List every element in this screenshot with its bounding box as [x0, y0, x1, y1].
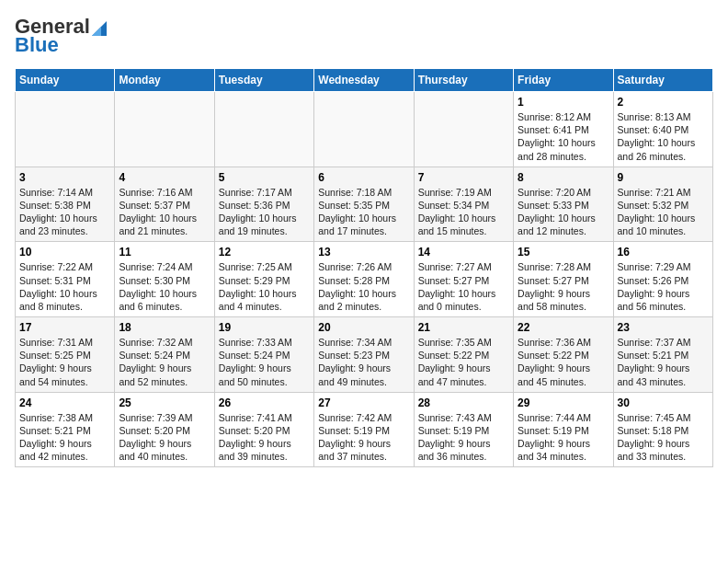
day-info: Sunrise: 7:36 AM Sunset: 5:22 PM Dayligh…: [518, 336, 609, 388]
day-number: 30: [618, 396, 709, 409]
day-number: 3: [19, 171, 110, 184]
day-number: 11: [119, 246, 210, 259]
weekday-header-wednesday: Wednesday: [314, 69, 414, 92]
day-cell-26: 26Sunrise: 7:41 AM Sunset: 5:20 PM Dayli…: [214, 392, 313, 467]
day-info: Sunrise: 7:21 AM Sunset: 5:32 PM Dayligh…: [618, 186, 709, 238]
day-info: Sunrise: 7:45 AM Sunset: 5:18 PM Dayligh…: [618, 411, 709, 464]
day-number: 2: [618, 96, 709, 109]
day-cell-23: 23Sunrise: 7:37 AM Sunset: 5:21 PM Dayli…: [613, 317, 712, 393]
day-cell-25: 25Sunrise: 7:39 AM Sunset: 5:20 PM Dayli…: [115, 392, 214, 467]
calendar-table: SundayMondayTuesdayWednesdayThursdayFrid…: [15, 68, 713, 467]
logo-bird-icon: [92, 17, 107, 36]
day-info: Sunrise: 7:24 AM Sunset: 5:30 PM Dayligh…: [119, 260, 210, 313]
day-number: 25: [119, 396, 210, 409]
day-number: 29: [518, 396, 609, 409]
day-info: Sunrise: 7:38 AM Sunset: 5:21 PM Dayligh…: [19, 411, 110, 464]
day-number: 8: [518, 171, 609, 184]
day-info: Sunrise: 8:13 AM Sunset: 6:40 PM Dayligh…: [618, 110, 709, 163]
day-cell-29: 29Sunrise: 7:44 AM Sunset: 5:19 PM Dayli…: [514, 392, 613, 467]
day-cell-4: 4Sunrise: 7:16 AM Sunset: 5:37 PM Daylig…: [115, 167, 214, 242]
day-number: 7: [418, 171, 509, 184]
day-cell-30: 30Sunrise: 7:45 AM Sunset: 5:18 PM Dayli…: [613, 392, 712, 467]
day-info: Sunrise: 7:26 AM Sunset: 5:28 PM Dayligh…: [318, 260, 409, 313]
day-number: 20: [318, 321, 409, 334]
day-info: Sunrise: 7:19 AM Sunset: 5:34 PM Dayligh…: [418, 186, 509, 238]
day-cell-17: 17Sunrise: 7:31 AM Sunset: 5:25 PM Dayli…: [16, 317, 115, 393]
day-cell-13: 13Sunrise: 7:26 AM Sunset: 5:28 PM Dayli…: [314, 242, 414, 317]
empty-cell: [16, 92, 115, 167]
weekday-header-tuesday: Tuesday: [214, 69, 313, 92]
day-number: 26: [219, 396, 310, 409]
day-info: Sunrise: 7:25 AM Sunset: 5:29 PM Dayligh…: [219, 260, 310, 313]
day-info: Sunrise: 7:28 AM Sunset: 5:27 PM Dayligh…: [518, 260, 609, 313]
weekday-header-saturday: Saturday: [613, 69, 712, 92]
empty-cell: [214, 92, 313, 167]
day-number: 21: [418, 321, 509, 334]
day-info: Sunrise: 7:27 AM Sunset: 5:27 PM Dayligh…: [418, 260, 509, 313]
day-number: 13: [318, 246, 409, 259]
weekday-header-friday: Friday: [514, 69, 613, 92]
page-header: General Blue: [15, 15, 713, 57]
day-number: 28: [418, 396, 509, 409]
day-cell-21: 21Sunrise: 7:35 AM Sunset: 5:22 PM Dayli…: [414, 317, 513, 393]
day-info: Sunrise: 7:20 AM Sunset: 5:33 PM Dayligh…: [518, 186, 609, 238]
logo: General Blue: [15, 15, 107, 57]
week-row-3: 10Sunrise: 7:22 AM Sunset: 5:31 PM Dayli…: [16, 242, 713, 317]
day-cell-19: 19Sunrise: 7:33 AM Sunset: 5:24 PM Dayli…: [214, 317, 313, 393]
day-number: 23: [618, 321, 709, 334]
day-cell-5: 5Sunrise: 7:17 AM Sunset: 5:36 PM Daylig…: [214, 167, 313, 242]
day-number: 14: [418, 246, 509, 259]
day-cell-28: 28Sunrise: 7:43 AM Sunset: 5:19 PM Dayli…: [414, 392, 513, 467]
weekday-header-row: SundayMondayTuesdayWednesdayThursdayFrid…: [16, 69, 713, 92]
empty-cell: [115, 92, 214, 167]
day-cell-16: 16Sunrise: 7:29 AM Sunset: 5:26 PM Dayli…: [613, 242, 712, 317]
day-info: Sunrise: 8:12 AM Sunset: 6:41 PM Dayligh…: [518, 110, 609, 163]
day-info: Sunrise: 7:29 AM Sunset: 5:26 PM Dayligh…: [618, 260, 709, 313]
day-number: 24: [19, 396, 110, 409]
day-number: 17: [19, 321, 110, 334]
day-info: Sunrise: 7:37 AM Sunset: 5:21 PM Dayligh…: [618, 336, 709, 388]
day-cell-20: 20Sunrise: 7:34 AM Sunset: 5:23 PM Dayli…: [314, 317, 414, 393]
empty-cell: [314, 92, 414, 167]
day-info: Sunrise: 7:39 AM Sunset: 5:20 PM Dayligh…: [119, 411, 210, 464]
day-info: Sunrise: 7:32 AM Sunset: 5:24 PM Dayligh…: [119, 336, 210, 388]
day-info: Sunrise: 7:34 AM Sunset: 5:23 PM Dayligh…: [318, 336, 409, 388]
day-info: Sunrise: 7:18 AM Sunset: 5:35 PM Dayligh…: [318, 186, 409, 238]
week-row-5: 24Sunrise: 7:38 AM Sunset: 5:21 PM Dayli…: [16, 392, 713, 467]
day-info: Sunrise: 7:43 AM Sunset: 5:19 PM Dayligh…: [418, 411, 509, 464]
day-info: Sunrise: 7:44 AM Sunset: 5:19 PM Dayligh…: [518, 411, 609, 464]
day-cell-12: 12Sunrise: 7:25 AM Sunset: 5:29 PM Dayli…: [214, 242, 313, 317]
day-number: 19: [219, 321, 310, 334]
day-number: 5: [219, 171, 310, 184]
day-info: Sunrise: 7:41 AM Sunset: 5:20 PM Dayligh…: [219, 411, 310, 464]
day-number: 22: [518, 321, 609, 334]
day-info: Sunrise: 7:42 AM Sunset: 5:19 PM Dayligh…: [318, 411, 409, 464]
day-cell-6: 6Sunrise: 7:18 AM Sunset: 5:35 PM Daylig…: [314, 167, 414, 242]
week-row-1: 1Sunrise: 8:12 AM Sunset: 6:41 PM Daylig…: [16, 92, 713, 167]
day-cell-8: 8Sunrise: 7:20 AM Sunset: 5:33 PM Daylig…: [514, 167, 613, 242]
day-number: 15: [518, 246, 609, 259]
day-cell-22: 22Sunrise: 7:36 AM Sunset: 5:22 PM Dayli…: [514, 317, 613, 393]
day-number: 27: [318, 396, 409, 409]
day-info: Sunrise: 7:33 AM Sunset: 5:24 PM Dayligh…: [219, 336, 310, 388]
day-cell-11: 11Sunrise: 7:24 AM Sunset: 5:30 PM Dayli…: [115, 242, 214, 317]
day-cell-14: 14Sunrise: 7:27 AM Sunset: 5:27 PM Dayli…: [414, 242, 513, 317]
day-number: 1: [518, 96, 609, 109]
week-row-4: 17Sunrise: 7:31 AM Sunset: 5:25 PM Dayli…: [16, 317, 713, 393]
day-number: 6: [318, 171, 409, 184]
day-number: 4: [119, 171, 210, 184]
day-cell-2: 2Sunrise: 8:13 AM Sunset: 6:40 PM Daylig…: [613, 92, 712, 167]
day-cell-18: 18Sunrise: 7:32 AM Sunset: 5:24 PM Dayli…: [115, 317, 214, 393]
day-info: Sunrise: 7:14 AM Sunset: 5:38 PM Dayligh…: [19, 186, 110, 238]
svg-marker-1: [92, 27, 101, 36]
day-cell-3: 3Sunrise: 7:14 AM Sunset: 5:38 PM Daylig…: [16, 167, 115, 242]
logo-blue-text: Blue: [15, 33, 59, 57]
day-number: 12: [219, 246, 310, 259]
day-cell-7: 7Sunrise: 7:19 AM Sunset: 5:34 PM Daylig…: [414, 167, 513, 242]
day-info: Sunrise: 7:16 AM Sunset: 5:37 PM Dayligh…: [119, 186, 210, 238]
weekday-header-sunday: Sunday: [16, 69, 115, 92]
day-info: Sunrise: 7:22 AM Sunset: 5:31 PM Dayligh…: [19, 260, 110, 313]
weekday-header-monday: Monday: [115, 69, 214, 92]
day-number: 16: [618, 246, 709, 259]
empty-cell: [414, 92, 513, 167]
